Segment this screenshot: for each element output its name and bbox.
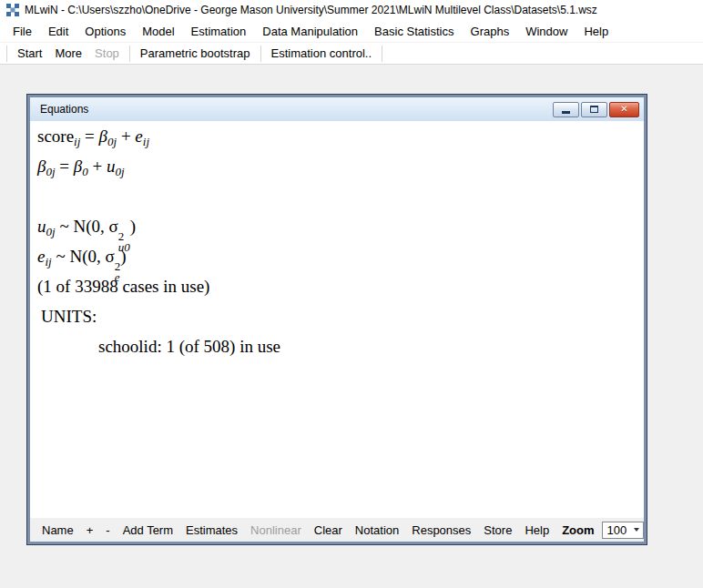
equations-button-store[interactable]: Store xyxy=(477,523,518,537)
equation-line[interactable]: scoreij = β0j + eij xyxy=(37,121,644,151)
menu-window[interactable]: Window xyxy=(517,20,576,42)
info-line: schoolid: 1 (of 508) in use xyxy=(37,331,644,361)
info-line: UNITS: xyxy=(37,301,644,331)
app-titlebar: MLwiN - C:\Users\szzho\OneDrive - George… xyxy=(0,0,703,20)
minimize-icon xyxy=(562,111,570,114)
toolbar-button-parametric-bootstrap[interactable]: Parametric bootstrap xyxy=(134,46,257,60)
equations-button-clear[interactable]: Clear xyxy=(308,523,349,537)
zoom-combobox[interactable]: 100 xyxy=(602,522,644,539)
equations-button-help[interactable]: Help xyxy=(518,523,555,537)
equation-line[interactable]: β0j = β0 + u0j xyxy=(37,151,644,181)
menubar: FileEditOptionsModelEstimationData Manip… xyxy=(0,20,703,43)
toolbar-button-stop: Stop xyxy=(88,46,126,60)
toolbar-separator xyxy=(6,46,7,62)
equations-button-notation[interactable]: Notation xyxy=(349,523,405,537)
menu-data-manipulation[interactable]: Data Manipulation xyxy=(254,20,366,42)
equations-toolbar: Name+-Add TermEstimatesNonlinearClearNot… xyxy=(30,518,644,542)
blank-line xyxy=(37,181,644,211)
info-line: (1 of 33988 cases in use) xyxy=(37,271,644,301)
toolbar-separator xyxy=(382,46,382,62)
minimize-button[interactable] xyxy=(553,102,579,117)
toolbar-button-more[interactable]: More xyxy=(48,46,88,60)
zoom-value: 100 xyxy=(603,523,629,537)
equations-titlebar[interactable]: Equations xyxy=(30,97,644,121)
mdi-client-area: Equations scoreij = β0j + eijβ0j = β0 + … xyxy=(0,65,703,587)
equations-button-responses[interactable]: Responses xyxy=(405,523,477,537)
toolbar-separator xyxy=(260,46,261,62)
equations-button-+[interactable]: + xyxy=(80,523,100,537)
toolbar-separator xyxy=(129,46,130,62)
menu-options[interactable]: Options xyxy=(76,20,134,42)
equations-button-zoom[interactable]: Zoom xyxy=(555,523,600,537)
equations-content: scoreij = β0j + eijβ0j = β0 + u0ju0j ~ N… xyxy=(30,121,644,518)
equations-window-title: Equations xyxy=(40,103,553,116)
menu-graphs[interactable]: Graphs xyxy=(463,20,518,42)
close-button[interactable] xyxy=(609,102,639,117)
toolbar-button-estimation-control[interactable]: Estimation control.. xyxy=(265,46,379,60)
menu-model[interactable]: Model xyxy=(134,20,182,42)
app-title: MLwiN - C:\Users\szzho\OneDrive - George… xyxy=(25,4,597,16)
window-controls xyxy=(553,102,639,117)
maximize-icon xyxy=(590,106,598,113)
menu-basic-statistics[interactable]: Basic Statistics xyxy=(366,20,462,42)
equations-button-nonlinear: Nonlinear xyxy=(244,523,308,537)
mlwin-app-icon xyxy=(6,4,19,16)
menu-estimation[interactable]: Estimation xyxy=(183,20,255,42)
equations-button-add-term[interactable]: Add Term xyxy=(117,523,179,537)
toolbar: StartMoreStopParametric bootstrapEstimat… xyxy=(0,43,703,65)
equations-button-estimates[interactable]: Estimates xyxy=(179,523,244,537)
mlwin-window: MLwiN - C:\Users\szzho\OneDrive - George… xyxy=(0,0,703,587)
menu-help[interactable]: Help xyxy=(576,20,616,42)
equation-line[interactable]: u0j ~ N(0, σ2u0) xyxy=(37,211,644,241)
close-icon xyxy=(620,105,627,114)
maximize-button[interactable] xyxy=(581,102,607,117)
equations-window: Equations scoreij = β0j + eijβ0j = β0 + … xyxy=(27,95,647,544)
toolbar-button-start[interactable]: Start xyxy=(11,46,48,60)
menu-edit[interactable]: Edit xyxy=(40,20,76,42)
chevron-down-icon[interactable] xyxy=(629,522,643,538)
equations-button-item[interactable]: - xyxy=(99,523,116,537)
equations-button-name[interactable]: Name xyxy=(36,523,80,537)
equations-toolbar-buttons: Name+-Add TermEstimatesNonlinearClearNot… xyxy=(36,523,601,537)
menu-file[interactable]: File xyxy=(5,20,40,42)
